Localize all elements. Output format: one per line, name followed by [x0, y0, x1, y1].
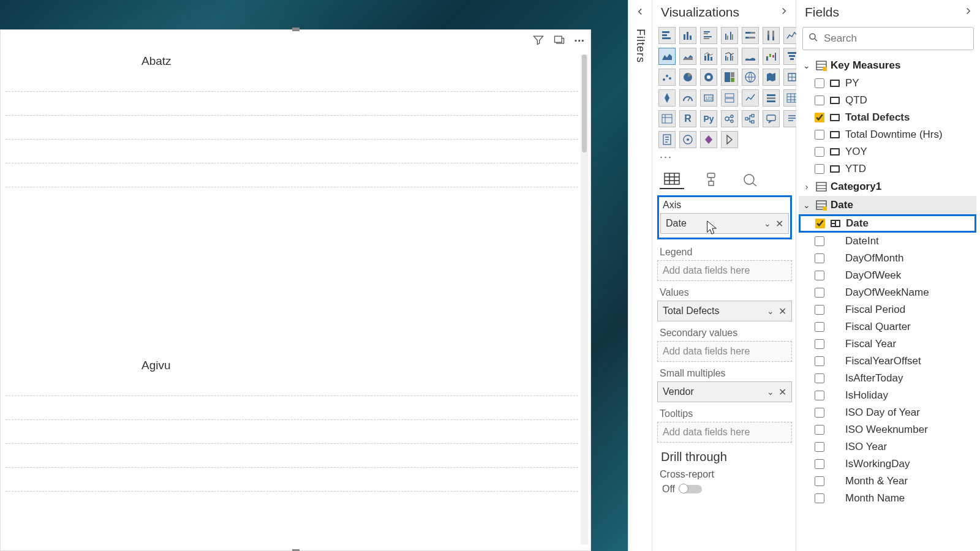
- field-row[interactable]: IsHoliday: [799, 387, 976, 404]
- qa-visual-icon[interactable]: [763, 110, 780, 127]
- field-checkbox[interactable]: [815, 147, 824, 157]
- donut-chart-icon[interactable]: [700, 69, 717, 86]
- filters-pane-collapsed[interactable]: Filters: [628, 0, 652, 551]
- azure-map-icon[interactable]: [658, 89, 676, 107]
- field-checkbox[interactable]: [815, 442, 824, 452]
- legend-placeholder[interactable]: Add data fields here: [657, 260, 792, 281]
- analytics-tab-icon[interactable]: [738, 170, 763, 189]
- field-checkbox[interactable]: [815, 459, 824, 469]
- filter-icon[interactable]: [532, 34, 545, 49]
- axis-well[interactable]: Axis Date ⌄ ✕: [657, 195, 792, 239]
- remove-field-icon[interactable]: ✕: [778, 386, 786, 398]
- chevron-right-icon[interactable]: ›: [801, 182, 812, 192]
- expand-filters-icon[interactable]: [635, 6, 646, 20]
- field-checkbox[interactable]: [815, 425, 824, 435]
- field-row[interactable]: DayOfWeek: [799, 267, 976, 284]
- field-row[interactable]: Month Name: [799, 490, 976, 507]
- r-visual-icon[interactable]: R: [679, 110, 696, 127]
- field-checkbox[interactable]: [815, 339, 824, 349]
- resize-handle-top[interactable]: [292, 28, 300, 31]
- map-icon[interactable]: [742, 69, 759, 86]
- waterfall-chart-icon[interactable]: [763, 48, 780, 65]
- remove-field-icon[interactable]: ✕: [775, 218, 783, 230]
- field-row[interactable]: DayOfWeekName: [799, 284, 976, 301]
- gauge-icon[interactable]: [679, 89, 696, 107]
- secondary-placeholder[interactable]: Add data fields here: [657, 341, 792, 362]
- collapse-fields-icon[interactable]: [963, 6, 974, 20]
- field-row[interactable]: Total Downtime (Hrs): [799, 126, 976, 143]
- tooltips-well[interactable]: Tooltips Add data fields here: [657, 408, 792, 443]
- paginated-report-icon[interactable]: [658, 131, 676, 148]
- slicer-icon[interactable]: [763, 89, 780, 107]
- field-row[interactable]: FiscalYearOffset: [799, 353, 976, 370]
- table-key-measures[interactable]: ⌄ Key Measures: [799, 56, 976, 75]
- values-field-pill[interactable]: Total Defects ⌄ ✕: [657, 301, 792, 321]
- field-checkbox[interactable]: [815, 253, 824, 263]
- field-checkbox[interactable]: [815, 130, 824, 140]
- legend-well[interactable]: Legend Add data fields here: [657, 247, 792, 281]
- chevron-down-icon[interactable]: ⌄: [801, 200, 812, 210]
- field-row[interactable]: Fiscal Year: [799, 335, 976, 353]
- chevron-down-icon[interactable]: ⌄: [767, 306, 774, 316]
- field-checkbox[interactable]: [815, 373, 824, 383]
- field-checkbox[interactable]: [815, 391, 824, 400]
- field-row[interactable]: IsAfterToday: [799, 370, 976, 387]
- get-more-visuals-icon[interactable]: [721, 131, 738, 148]
- decomposition-tree-icon[interactable]: [742, 110, 759, 127]
- field-checkbox[interactable]: [815, 164, 824, 174]
- stacked-area-chart-icon[interactable]: [679, 48, 696, 65]
- field-checkbox[interactable]: [815, 476, 824, 486]
- hundred-stacked-bar-icon[interactable]: [742, 27, 759, 44]
- stacked-bar-chart-icon[interactable]: [658, 27, 676, 44]
- python-visual-icon[interactable]: Py: [700, 110, 717, 127]
- field-row[interactable]: PY: [799, 75, 976, 92]
- field-checkbox[interactable]: [815, 356, 824, 366]
- field-row[interactable]: ISO Year: [799, 438, 976, 455]
- power-apps-icon[interactable]: [700, 131, 717, 148]
- small-multiples-well[interactable]: Small multiples Vendor ⌄ ✕: [657, 368, 792, 402]
- fields-tab-icon[interactable]: [660, 170, 684, 189]
- visual-container[interactable]: ··· Abatz Agivu: [0, 29, 591, 551]
- axis-field-pill[interactable]: Date ⌄ ✕: [660, 213, 789, 234]
- field-row[interactable]: Month & Year: [799, 473, 976, 490]
- field-row[interactable]: ISO Weeknumber: [799, 421, 976, 438]
- fields-search-box[interactable]: [802, 27, 974, 50]
- field-row[interactable]: ISO Day of Year: [799, 404, 976, 421]
- stacked-column-chart-icon[interactable]: [679, 27, 696, 44]
- field-checkbox[interactable]: [815, 493, 824, 503]
- field-row[interactable]: Fiscal Period: [799, 301, 976, 318]
- focus-mode-icon[interactable]: [553, 34, 565, 49]
- field-row[interactable]: YOY: [799, 143, 976, 160]
- format-tab-icon[interactable]: [699, 170, 723, 189]
- kpi-icon[interactable]: [742, 89, 759, 107]
- tooltips-placeholder[interactable]: Add data fields here: [657, 422, 792, 443]
- field-row[interactable]: YTD: [799, 160, 976, 178]
- scatter-chart-icon[interactable]: [658, 69, 676, 86]
- clustered-column-chart-icon[interactable]: [721, 27, 738, 44]
- field-row[interactable]: DateInt: [799, 233, 976, 250]
- card-icon[interactable]: 123: [700, 89, 717, 107]
- hundred-stacked-column-icon[interactable]: [763, 27, 780, 44]
- field-checkbox[interactable]: [815, 322, 824, 332]
- chevron-down-icon[interactable]: ⌄: [764, 219, 771, 228]
- matrix-icon[interactable]: [658, 110, 676, 127]
- ribbon-chart-icon[interactable]: [742, 48, 759, 65]
- field-row[interactable]: Date: [799, 214, 976, 233]
- field-checkbox[interactable]: [815, 96, 824, 105]
- remove-field-icon[interactable]: ✕: [778, 305, 786, 317]
- field-checkbox[interactable]: [815, 78, 824, 88]
- field-checkbox[interactable]: [815, 305, 824, 315]
- cross-report-toggle[interactable]: [680, 485, 702, 493]
- table-date[interactable]: ⌄ Date: [799, 196, 976, 214]
- scrollbar-thumb[interactable]: [582, 54, 587, 152]
- line-clustered-column-icon[interactable]: [721, 48, 738, 65]
- visual-scrollbar[interactable]: [581, 54, 588, 544]
- secondary-values-well[interactable]: Secondary values Add data fields here: [657, 328, 792, 362]
- area-chart-icon[interactable]: [658, 48, 676, 65]
- viz-more-button[interactable]: ···: [652, 151, 796, 166]
- filled-map-icon[interactable]: [763, 69, 780, 86]
- field-checkbox[interactable]: [815, 271, 824, 280]
- field-row[interactable]: Total Defects: [799, 109, 976, 126]
- values-well[interactable]: Values Total Defects ⌄ ✕: [657, 287, 792, 321]
- table-category1[interactable]: › Category1: [799, 178, 976, 196]
